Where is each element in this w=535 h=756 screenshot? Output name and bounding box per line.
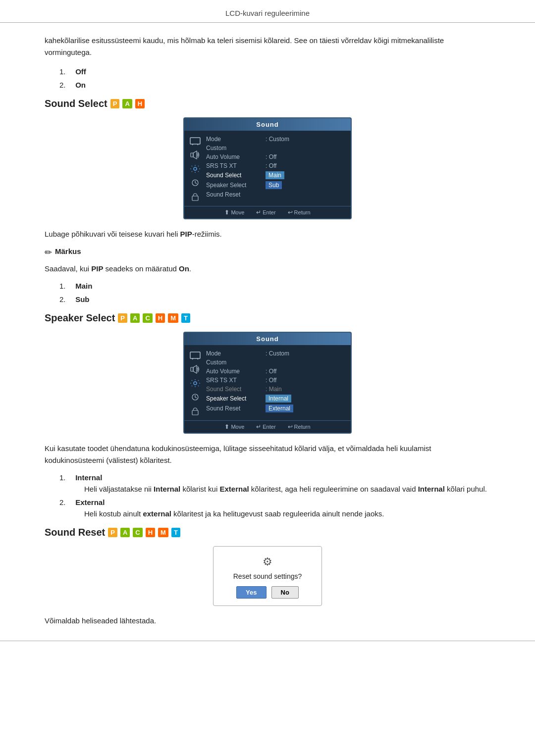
intro-text: kahekõlarilise esitussüsteemi kaudu, mis… (45, 35, 490, 58)
osd-title: Sound (184, 118, 351, 131)
osd-rows: Mode : Custom Custom Auto Volume : Off S… (206, 135, 349, 202)
osd-label: SRS TS XT (206, 377, 266, 384)
svg-rect-0 (190, 138, 200, 144)
list-item: 2. On (59, 81, 490, 89)
osd-label: Sound Select (206, 386, 266, 393)
lock-icon (188, 191, 202, 202)
page-title: LCD-kuvari reguleerimine (225, 9, 310, 17)
osd-rows2: Mode : Custom Custom Auto Volume : Off S… (206, 349, 349, 416)
tv-icon (188, 136, 202, 147)
list-val: Sub (75, 295, 89, 303)
sound-reset-screen: ⚙ Reset sound settings? Yes No (45, 546, 490, 606)
note-text: Saadaval, kui PIP seadeks on määratud On… (45, 263, 490, 275)
osd-value: : Off (266, 153, 276, 160)
return-icon: ↩ (288, 209, 293, 216)
note-icon: ✏ (45, 247, 52, 258)
reset-dialog-text: Reset sound settings? (233, 572, 302, 580)
list-val: On (75, 81, 86, 89)
osd-label: Auto Volume (206, 368, 266, 375)
osd-label: Auto Volume (206, 153, 266, 160)
reset-dialog-buttons: Yes No (236, 586, 299, 599)
main-sub-list: 1. Main 2. Sub (59, 282, 490, 303)
osd-footer-return: ↩ Return (288, 209, 311, 216)
speaker-select-label: Speaker Select (45, 312, 115, 324)
osd-row: SRS TS XT : Off (206, 161, 349, 170)
tv-icon2 (188, 350, 202, 361)
reset-dialog: ⚙ Reset sound settings? Yes No (213, 546, 322, 606)
osd-label: Custom (206, 145, 266, 151)
osd-label: Sound Reset (206, 405, 266, 412)
osd-row: SRS TS XT : Off (206, 376, 349, 385)
osd-footer-move: ⬆ Move (224, 209, 244, 216)
osd-row: Mode : Custom (206, 135, 349, 144)
osd-row: Sound Reset (206, 190, 349, 199)
badge-t2: T (181, 313, 190, 323)
gear-icon2 (188, 378, 202, 389)
osd-value-sub: Sub (266, 181, 282, 189)
clock-icon2 (188, 392, 202, 403)
osd-row: Custom (206, 358, 349, 367)
list-val: External (75, 498, 105, 506)
clock-icon (188, 177, 202, 188)
reset-no-button[interactable]: No (271, 586, 299, 599)
svg-point-5 (194, 167, 197, 170)
osd-row: Auto Volume : Off (206, 152, 349, 161)
osd-footer-return2: ↩ Return (288, 423, 311, 430)
osd-value: : Custom (266, 350, 289, 357)
osd-window-sound-select: Sound (183, 117, 352, 219)
svg-point-13 (194, 382, 197, 385)
osd-row: Custom (206, 144, 349, 152)
off-on-list: 1. Off 2. On (59, 67, 490, 89)
osd-icons (186, 135, 202, 202)
move-label: Move (231, 209, 244, 215)
note-label: Märkus (55, 247, 81, 255)
osd-footer-enter: ↵ Enter (256, 209, 275, 216)
osd-value: : Off (266, 377, 276, 384)
internal-external-list: 1. Internal Heli väljastatakse nii Inter… (59, 473, 490, 518)
list-item: 1. Internal Heli väljastatakse nii Inter… (59, 473, 490, 493)
osd-icons2 (186, 349, 202, 416)
osd-row: Sound Select : Main (206, 385, 349, 394)
list-item: 1. Main (59, 282, 490, 290)
reset-yes-button[interactable]: Yes (236, 586, 266, 599)
badge-reset-h: H (146, 528, 155, 537)
osd-label: Mode (206, 136, 266, 143)
osd-value: : Off (266, 368, 276, 375)
list-num: 1. (59, 282, 73, 290)
note-block: ✏ Märkus (45, 247, 490, 258)
svg-rect-11 (191, 367, 193, 371)
internal-sub-text: Heli väljastatakse nii Internal kõlarist… (84, 485, 490, 493)
osd-label: Sound Select (206, 172, 266, 179)
external-sub-text: Heli kostub ainult external kõlaritest j… (84, 509, 490, 518)
gear-icon (188, 163, 202, 174)
page-header: LCD-kuvari reguleerimine (0, 0, 535, 23)
osd-footer-move2: ⬆ Move (224, 423, 244, 430)
lock-icon2 (188, 405, 202, 416)
return-label: Return (294, 209, 311, 215)
speaker-select-title: Speaker Select P A C H M T (45, 312, 490, 324)
svg-rect-15 (192, 410, 198, 415)
osd-row: Sound Reset External (206, 403, 349, 413)
list-val: Main (75, 282, 92, 290)
svg-marker-4 (193, 151, 197, 159)
enter-label2: Enter (263, 424, 275, 430)
osd-row-active: Speaker Select Internal (206, 394, 349, 403)
osd-footer-enter2: ↵ Enter (256, 423, 275, 430)
badge-a2: A (130, 313, 140, 323)
osd-row-active: Sound Select Main (206, 170, 349, 180)
osd-value: : Off (266, 162, 276, 169)
badge-p: P (110, 99, 120, 108)
osd-value-main: Main (266, 171, 284, 179)
osd-value-internal: Internal (266, 395, 291, 403)
list-num: 2. (59, 81, 73, 89)
page-footer (0, 641, 535, 641)
osd-label: Speaker Select (206, 182, 266, 189)
osd-label: SRS TS XT (206, 162, 266, 169)
badge-p2: P (118, 313, 127, 323)
badge-a: A (122, 99, 132, 108)
enter-label: Enter (263, 209, 275, 215)
sound-select-title: Sound Select P A H (45, 98, 490, 109)
speaker-icon (188, 150, 202, 160)
osd-label: Sound Reset (206, 191, 266, 198)
osd-label: Custom (206, 359, 266, 366)
